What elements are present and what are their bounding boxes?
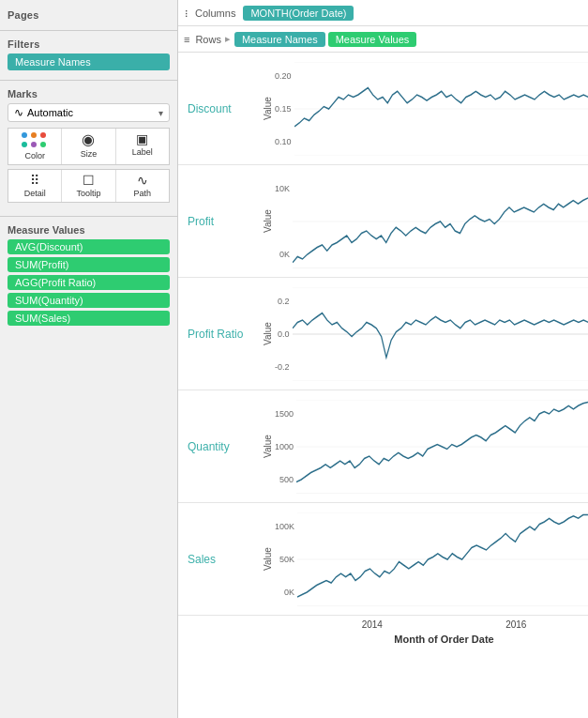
marks-tooltip-button[interactable]: ☐ Tooltip	[62, 170, 115, 202]
dot4	[22, 142, 27, 147]
chart-row-discount: Discount Value 0.20 0.15 0.10	[178, 53, 588, 165]
sidebar: Pages Filters Measure Names Marks ∿ Auto…	[0, 0, 178, 718]
chart-wrapper-profit: Value 10K 0K	[263, 170, 588, 273]
size-icon: ◉	[82, 132, 95, 147]
color-label: Color	[24, 151, 45, 160]
y-axis-quantity: 1500 1000 500	[275, 409, 294, 484]
chart-inner-profit-ratio	[293, 287, 588, 381]
marks-dropdown[interactable]: ∿ Automatic ▾	[8, 103, 170, 122]
chart-row-sales: Sales Value 100K 50K 0K	[178, 503, 588, 616]
wave-icon: ∿	[14, 106, 23, 119]
chart-svg-profit-ratio	[293, 287, 588, 381]
chart-inner-profit	[293, 175, 588, 268]
size-label: Size	[81, 149, 98, 159]
dot2	[31, 132, 37, 138]
columns-icon: ⫶	[184, 8, 189, 19]
main-content: ⫶ Columns MONTH(Order Date) ≡ Rows ▸ Mea…	[178, 0, 588, 718]
marks-dropdown-label: Automatic	[27, 107, 73, 118]
y-tick-profit-3: 0K	[279, 250, 290, 259]
chart-label-profit: Profit	[178, 215, 263, 228]
rows-label: Rows	[195, 34, 221, 45]
y-tick-pr-2: 0.0	[278, 329, 290, 339]
y-tick-discount-2: 0.15	[275, 104, 292, 114]
rows-pill-measure-names[interactable]: Measure Names	[234, 32, 325, 47]
measure-values-title: Measure Values	[8, 224, 170, 236]
y-tick-discount-3: 0.10	[275, 137, 292, 146]
y-axis-profit: 10K 0K	[275, 184, 290, 259]
x-axis-section: 2014 2016 Month of Order Date	[178, 616, 588, 654]
y-tick-profit-1: 10K	[275, 184, 290, 193]
marks-size-button[interactable]: ◉ Size	[62, 129, 115, 164]
y-axis-sales: 100K 50K 0K	[275, 522, 294, 597]
chevron-down-icon: ▾	[158, 108, 163, 118]
chart-inner-discount	[294, 62, 588, 156]
marks-dropdown-left: ∿ Automatic	[14, 106, 73, 119]
filters-title: Filters	[8, 38, 170, 50]
filter-measure-names[interactable]: Measure Names	[8, 53, 170, 70]
y-tick-qty-1: 1500	[275, 409, 294, 419]
chart-row-profit: Profit Value 10K 0K	[178, 165, 588, 278]
columns-toolbar: ⫶ Columns MONTH(Order Date)	[178, 0, 588, 26]
y-tick-qty-2: 1000	[275, 442, 294, 451]
path-label: Path	[134, 189, 152, 198]
chart-label-sales: Sales	[178, 553, 263, 566]
measure-pill-sum-profit[interactable]: SUM(Profit)	[8, 257, 170, 272]
chart-wrapper-profit-ratio: Value 0.2 0.0 -0.2	[263, 283, 588, 386]
y-tick-pr-1: 0.2	[278, 297, 290, 306]
chart-label-discount: Discount	[178, 102, 263, 115]
dot5	[31, 142, 37, 147]
marks-detail-button[interactable]: ⠿ Detail	[8, 170, 62, 202]
y-axis-profit-ratio: 0.2 0.0 -0.2	[275, 297, 290, 372]
rows-arrow: ▸	[225, 33, 231, 45]
chart-y-label-profit: Value	[263, 193, 273, 250]
chart-label-profit-ratio: Profit Ratio	[178, 328, 263, 341]
marks-buttons-row2: ⠿ Detail ☐ Tooltip ∿ Path	[8, 169, 170, 203]
measure-pill-avg-discount[interactable]: AVG(Discount)	[8, 239, 170, 254]
measure-pill-sum-sales[interactable]: SUM(Sales)	[8, 311, 170, 326]
chart-y-label-quantity: Value	[263, 419, 273, 475]
measure-pill-sum-quantity[interactable]: SUM(Quantity)	[8, 293, 170, 308]
color-dots	[22, 132, 48, 149]
pages-section: Pages	[0, 6, 177, 26]
chart-svg-quantity	[296, 400, 588, 494]
chart-svg-profit	[293, 175, 588, 268]
dot1	[22, 132, 27, 138]
chart-row-quantity: Quantity Value 1500 1000 500	[178, 390, 588, 503]
chart-y-label-sales: Value	[263, 531, 273, 588]
x-axis-labels: 2014 2016	[300, 619, 588, 630]
x-axis-title: Month of Order Date	[300, 634, 588, 645]
chart-row-profit-ratio: Profit Ratio Value 0.2 0.0 -0.2	[178, 278, 588, 390]
chart-y-label-profit-ratio: Value	[263, 306, 273, 362]
rows-toolbar: ≡ Rows ▸ Measure Names Measure Values	[178, 26, 588, 53]
columns-pill[interactable]: MONTH(Order Date)	[243, 6, 354, 21]
columns-label: Columns	[195, 8, 235, 19]
tooltip-icon: ☐	[83, 174, 95, 187]
detail-label: Detail	[24, 189, 46, 198]
chart-y-label-discount: Value	[263, 81, 273, 137]
marks-label-button[interactable]: ▣ Label	[116, 129, 169, 164]
detail-icon: ⠿	[30, 174, 39, 187]
chart-svg-sales	[297, 512, 588, 606]
x-label-2014: 2014	[362, 619, 383, 630]
y-tick-sales-3: 0K	[284, 588, 294, 597]
dot6	[40, 142, 46, 147]
y-tick-discount-1: 0.20	[275, 71, 292, 81]
chart-wrapper-quantity: Value 1500 1000 500	[263, 395, 588, 498]
rows-pill-measure-values[interactable]: Measure Values	[328, 32, 417, 47]
marks-path-button[interactable]: ∿ Path	[116, 170, 169, 202]
y-tick-sales-1: 100K	[275, 522, 294, 531]
label-label: Label	[132, 147, 153, 157]
label-icon: ▣	[136, 132, 148, 145]
chart-svg-discount	[294, 62, 588, 156]
y-axis-discount: 0.20 0.15 0.10	[275, 71, 292, 146]
y-tick-pr-3: -0.2	[275, 362, 290, 372]
chart-inner-sales	[297, 512, 588, 606]
x-label-2016: 2016	[505, 619, 526, 630]
marks-color-button[interactable]: Color	[8, 129, 62, 164]
marks-buttons-row1: Color ◉ Size ▣ Label	[8, 128, 170, 165]
measure-pill-agg-profit-ratio[interactable]: AGG(Profit Ratio)	[8, 275, 170, 290]
filters-section: Filters Measure Names	[0, 35, 177, 76]
y-tick-qty-3: 500	[279, 475, 294, 484]
rows-icon: ≡	[184, 34, 189, 45]
chart-inner-quantity	[296, 400, 588, 494]
